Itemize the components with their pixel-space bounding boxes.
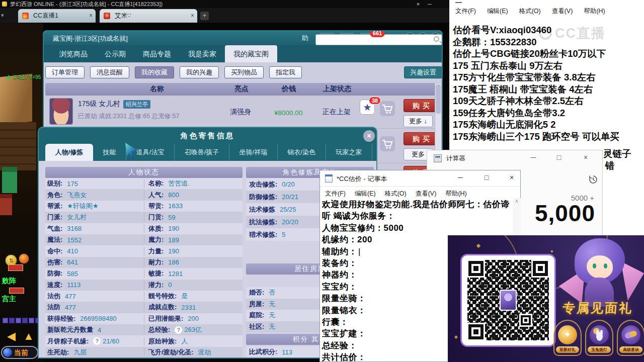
menu-item[interactable]: 格式(O) — [385, 190, 407, 198]
minimize-icon[interactable]: ─ — [526, 153, 541, 161]
stat-value: 2331 — [181, 304, 196, 311]
listing-status: 正在上架 — [323, 108, 351, 117]
subnav-button[interactable]: 消息提醒 — [90, 66, 129, 78]
minimize-icon[interactable]: ─ — [452, 173, 469, 182]
tab-close-icon[interactable]: × — [191, 9, 194, 23]
help-question-icon[interactable]: ? — [175, 326, 182, 334]
stat-value: 641 — [67, 258, 78, 266]
stat-label: 已用潜能果: — [148, 314, 183, 323]
house-label: 社区: — [249, 322, 264, 331]
maximize-icon[interactable]: □ — [551, 153, 567, 161]
hud-up-arrow-icon[interactable]: ▲ — [23, 330, 34, 343]
menu-item[interactable]: 查看(V) — [416, 190, 437, 198]
history-icon[interactable] — [588, 174, 598, 185]
hud-left-arrow-icon[interactable]: ◀ — [7, 330, 16, 343]
buy-button[interactable]: 购买 — [404, 99, 439, 112]
tab-close-icon[interactable]: × — [89, 9, 93, 23]
add-cart-icon[interactable] — [380, 101, 395, 116]
stat-value: 3168 — [67, 225, 82, 232]
character-face — [587, 255, 613, 279]
subnav-button[interactable]: 买到物品 — [224, 66, 264, 78]
line-text: 宝宝扩建： — [322, 329, 366, 338]
hud-alert-icon[interactable] — [19, 253, 29, 264]
dialog-tab[interactable]: 坐骑/祥瑞 — [229, 144, 278, 161]
more-button[interactable]: 更多 ↓ — [404, 115, 433, 127]
listing-row[interactable]: 175级 女儿村 绍兴兰亭 已渡劫 成就:2331 总修:65 总宠修:57 满… — [45, 96, 442, 129]
stat-label: 角色: — [47, 191, 62, 200]
interest-settings-button[interactable]: 兴趣设置 — [404, 66, 442, 78]
subnav-button[interactable]: 指定我 — [269, 66, 302, 78]
menu-item[interactable]: 文件(F) — [455, 7, 476, 16]
scrollbar-thumb[interactable] — [436, 84, 441, 114]
dialog-tab[interactable]: 人物/修炼 — [45, 144, 93, 161]
subnav-button[interactable]: 订单管理 — [45, 66, 85, 78]
line-text: 总经验： — [322, 341, 357, 350]
menu-item[interactable]: 格式(O) — [519, 7, 541, 16]
price-line: 估价上号CBG链接20粉丝卡10万以下 — [453, 48, 641, 60]
close-icon[interactable]: × — [503, 173, 520, 182]
scroll-up-icon[interactable]: ∧ — [515, 198, 518, 204]
line-text: 限量坐骑： — [322, 294, 366, 303]
nav-item[interactable]: 我是卖家 — [180, 45, 225, 62]
stat-value: 4 — [98, 326, 101, 334]
scene-wood-wall — [0, 122, 36, 170]
tab-aimi[interactable]: 艾米∵ × — [100, 9, 197, 23]
tab-flame-icon — [22, 13, 29, 19]
menu-item[interactable]: 编辑(E) — [355, 190, 376, 198]
hud-flag-master: 宫主 — [2, 295, 16, 304]
stat-label: 总经验: — [148, 325, 170, 334]
notepad-titlebar: *CC估价 - 记事本 ─ □ × — [320, 170, 520, 187]
dialog-close-icon[interactable]: × — [363, 130, 375, 142]
nav-item[interactable]: 公示期 — [96, 45, 134, 62]
menu-item[interactable]: 查看(V) — [552, 7, 573, 16]
menu-item[interactable]: 文件(F) — [325, 190, 346, 198]
new-tab-button[interactable]: + — [200, 12, 209, 20]
tab-dropdown-icon[interactable]: ▾ — [1, 12, 4, 19]
help-button[interactable]: 助 — [302, 34, 308, 43]
stat-value: 是 — [181, 292, 188, 301]
xiulian-value: 25/25 — [280, 206, 296, 213]
hud-current-button[interactable]: 当前 — [1, 346, 38, 359]
nav-item[interactable]: 我的藏宝阁 — [225, 45, 277, 62]
stat-label: 命中: — [47, 247, 62, 256]
stat-label: 名称: — [148, 179, 164, 188]
dialog-tab[interactable]: 玩家之家 — [326, 144, 372, 161]
buy-button[interactable]: 购买 — [404, 132, 439, 145]
tab-cc-live[interactable]: CC直播1 × — [18, 9, 96, 23]
close-icon[interactable]: × — [414, 0, 423, 8]
stat-row: 门派:女儿村 门贡:59 — [45, 212, 243, 223]
minimize-icon[interactable]: ─ — [425, 0, 434, 8]
stat-row: 命中:410 力量:190 — [45, 245, 243, 256]
dialog-tab[interactable]: 技能 — [93, 144, 126, 161]
sparkle-decor — [454, 335, 458, 339]
text-fragment: 灵链子 — [603, 147, 631, 160]
stat-row: 生死劫:九层 飞升/渡劫/化圣:渡劫 — [45, 347, 243, 358]
add-cart-icon[interactable] — [380, 136, 395, 151]
xiulian-value: 5 — [282, 231, 285, 238]
calculator-title: 计算器 — [446, 154, 465, 163]
subnav-button[interactable]: 我的兴趣 — [180, 66, 219, 78]
maximize-icon[interactable]: □ — [478, 173, 495, 182]
price-line: 175东海崂山无底洞化5 2 — [453, 119, 641, 131]
stat-label: 魔力: — [148, 235, 164, 244]
close-icon[interactable]: × — [578, 153, 593, 161]
menu-item[interactable]: 帮助(H) — [584, 7, 605, 16]
stat-row: 帮派:★轩辕阁★ 帮贡:1633 — [45, 201, 243, 212]
subnav-button[interactable]: 我的收藏 — [135, 66, 174, 78]
dialog-tab[interactable]: 召唤兽/孩子 — [175, 144, 229, 161]
notepad-icon — [325, 174, 333, 183]
text-caret: | — [358, 247, 361, 256]
menu-item[interactable]: 帮助(H) — [445, 190, 466, 198]
nav-item[interactable]: 商品专题 — [134, 45, 180, 62]
menu-item[interactable]: 编辑(E) — [487, 7, 508, 16]
dialog-tab[interactable]: 道具/法宝 — [126, 144, 175, 161]
dialog-tab[interactable]: 锦衣/染色 — [278, 144, 326, 161]
stat-value: 186 — [168, 258, 179, 266]
nav-item[interactable]: 浏览商品 — [51, 45, 96, 62]
stat-value: 九层 — [73, 348, 87, 357]
xiulian-label: 猎术修炼: — [249, 230, 277, 239]
help-question-icon[interactable]: ? — [93, 337, 101, 345]
cbg-subnav: 订单管理消息提醒我的收藏我的兴趣买到物品指定我 — [45, 66, 307, 78]
gift-sparkle-icon: ✦ — [558, 325, 577, 344]
listing-subtitle: 已渡劫 成就:2331 总修:65 总宠修:57 — [78, 112, 179, 121]
